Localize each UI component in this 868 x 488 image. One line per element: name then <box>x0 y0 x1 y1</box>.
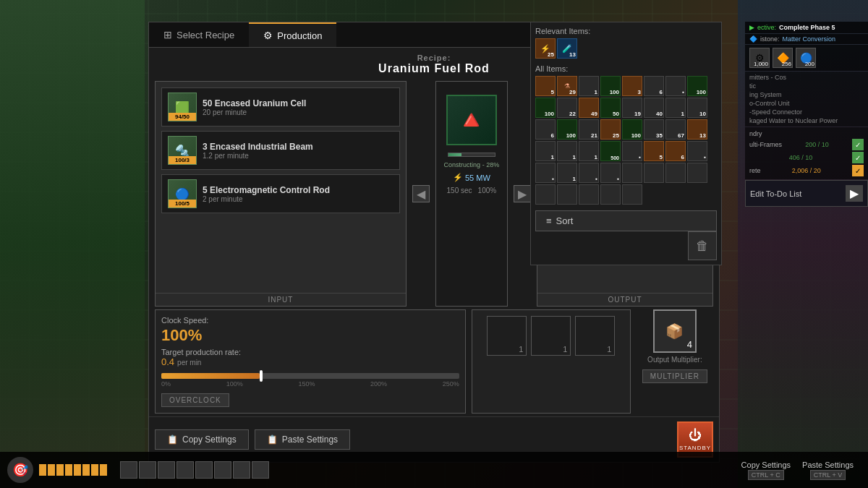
item-r2c2[interactable]: 49 <box>579 98 599 118</box>
item-r2c8[interactable]: 6 <box>535 119 556 140</box>
item-r2c5[interactable]: 40 <box>644 98 664 118</box>
item-r1c4[interactable]: 100 <box>600 76 621 96</box>
item-r4c1[interactable]: 500 <box>600 141 621 161</box>
hotbar-7[interactable] <box>233 461 250 479</box>
trash-icon: 🗑 <box>696 239 709 254</box>
production-icon: ⚙ <box>263 30 273 41</box>
ingredient-3-icon: 🔵 100/5 <box>168 179 197 208</box>
mult-slot-3[interactable]: 1 <box>575 316 615 356</box>
multiplier-button[interactable]: MULTIPLIER <box>642 369 707 383</box>
item-r1c9[interactable]: 100 <box>535 98 556 118</box>
item-e5[interactable] <box>535 184 556 205</box>
item-r2c3[interactable]: 50 <box>600 98 621 118</box>
item-e9[interactable] <box>622 184 642 205</box>
item-r4c7[interactable]: 1 <box>557 163 577 183</box>
machine-icon: 🔺 <box>446 95 497 145</box>
item-r2c1[interactable]: 22 <box>557 98 577 118</box>
copy-shortcut: Copy Settings CTRL + C <box>741 461 791 480</box>
tab-select-recipe[interactable]: ⊞ Select Recipe <box>149 22 249 47</box>
ingredient-1[interactable]: 🟩 94/50 50 Encased Uranium Cell 20 per m… <box>161 87 400 127</box>
hud-area: 🎯 <box>0 457 276 483</box>
hotbar-4[interactable] <box>176 461 194 479</box>
mult-slot-2-num: 1 <box>563 345 567 354</box>
item-r1c5[interactable]: 3 <box>622 76 642 96</box>
clock-target-val: 0.4 <box>161 356 174 367</box>
hotbar-2[interactable] <box>139 461 156 479</box>
mult-slot-1[interactable]: 1 <box>487 316 527 356</box>
objective-item: ▶ ective: Complete Phase 5 <box>745 22 868 33</box>
item-r1c6[interactable]: 6 <box>644 76 664 96</box>
bottom-shortcuts: Copy Settings CTRL + C Paste Settings CT… <box>741 461 868 480</box>
item-r3c8[interactable]: 1 <box>557 141 577 161</box>
item-r2c7[interactable]: 10 <box>687 98 707 118</box>
overclock-button[interactable]: OVERCLOCK <box>161 393 229 407</box>
paste-settings-button[interactable]: 📋 Paste Settings <box>255 429 350 450</box>
item-r2c9[interactable]: 100 <box>557 119 577 140</box>
health-bar <box>39 464 107 476</box>
item-r1c2[interactable]: ⚗29 <box>557 76 577 96</box>
relevant-item-2[interactable]: 🧪 13 <box>557 38 577 59</box>
progress-track <box>448 153 495 157</box>
clock-slider-track[interactable] <box>161 373 459 379</box>
item-r4c2[interactable]: ▪ <box>622 141 642 161</box>
select-recipe-icon: ⊞ <box>163 29 172 40</box>
clock-value: 100% <box>161 326 459 345</box>
item-e2[interactable] <box>644 163 664 183</box>
left-arrow-btn[interactable]: ◀ <box>412 185 430 202</box>
item-r3c3[interactable]: 100 <box>622 119 642 140</box>
item-r2c4[interactable]: 19 <box>622 98 642 118</box>
item-r3c2[interactable]: 25 <box>600 119 621 140</box>
item-r1c8[interactable]: 100 <box>687 76 707 96</box>
clock-slider-thumb <box>260 370 263 382</box>
item-r1c1[interactable]: 5 <box>535 76 556 96</box>
item-r4c8[interactable]: ▪ <box>579 163 599 183</box>
output-mult-slot[interactable]: 📦 4 <box>653 309 697 353</box>
output-label: OUTPUT <box>537 293 712 306</box>
hotbar-1[interactable] <box>120 461 137 479</box>
item-r4c5[interactable]: ▪ <box>687 141 707 161</box>
needed-2: 🔶 256 <box>773 48 793 68</box>
left-arrow-area: ◀ <box>409 81 433 307</box>
item-r3c4[interactable]: 35 <box>644 119 664 140</box>
edit-todo-button[interactable]: Edit To-Do List ▶ <box>745 180 868 207</box>
hotbar-8[interactable] <box>252 461 269 479</box>
hotbar-6[interactable] <box>214 461 231 479</box>
hotbar-3[interactable] <box>158 461 175 479</box>
clock-target-label: Target production rate: <box>161 348 459 356</box>
edit-todo-arrow: ▶ <box>846 185 863 202</box>
copy-settings-button[interactable]: 📋 Copy Settings <box>155 429 249 450</box>
mult-slot-2[interactable]: 1 <box>531 316 571 356</box>
right-arrow-btn[interactable]: ▶ <box>514 185 531 202</box>
standby-label: STANDBY <box>679 445 711 451</box>
seg-6 <box>82 464 90 476</box>
item-r3c9[interactable]: 1 <box>579 141 599 161</box>
ingredient-3[interactable]: 🔵 100/5 5 Electromagnetic Control Rod 2 … <box>161 174 400 213</box>
copy-shortcut-label: Copy Settings <box>741 461 791 469</box>
ingredient-1-name: 50 Encased Uranium Cell <box>203 98 393 108</box>
quest-list: mitters - Cos tic ing System o-Control U… <box>745 72 868 127</box>
item-r4c9[interactable]: ▪ <box>600 163 621 183</box>
item-r3c6[interactable]: 13 <box>687 119 707 140</box>
tab-production[interactable]: ⚙ Production <box>249 22 336 47</box>
item-r4c3[interactable]: 5 <box>644 141 664 161</box>
item-r3c1[interactable]: 21 <box>579 119 599 140</box>
item-r2c6[interactable]: 1 <box>665 98 686 118</box>
item-e4[interactable] <box>687 163 707 183</box>
sort-button[interactable]: ≡ Sort <box>535 210 717 231</box>
item-e8[interactable] <box>600 184 621 205</box>
ingredient-2-stock: 100/3 <box>169 156 196 164</box>
item-r4c6[interactable]: ▪ <box>535 163 556 183</box>
trash-button[interactable]: 🗑 <box>688 231 717 260</box>
ingredient-2[interactable]: 🔩 100/3 3 Encased Industrial Beam 1.2 pe… <box>161 131 400 170</box>
item-e6[interactable] <box>557 184 577 205</box>
item-r3c7[interactable]: 1 <box>535 141 556 161</box>
hotbar-5[interactable] <box>195 461 213 479</box>
item-r4c4[interactable]: 6 <box>665 141 686 161</box>
item-e3[interactable] <box>665 163 686 183</box>
item-r1c3[interactable]: 1 <box>579 76 599 96</box>
item-r1c7[interactable]: ▪ <box>665 76 686 96</box>
item-e7[interactable] <box>579 184 599 205</box>
item-e1[interactable] <box>622 163 642 183</box>
relevant-item-1[interactable]: ⚡ 25 <box>535 38 556 59</box>
item-r3c5[interactable]: 67 <box>665 119 686 140</box>
